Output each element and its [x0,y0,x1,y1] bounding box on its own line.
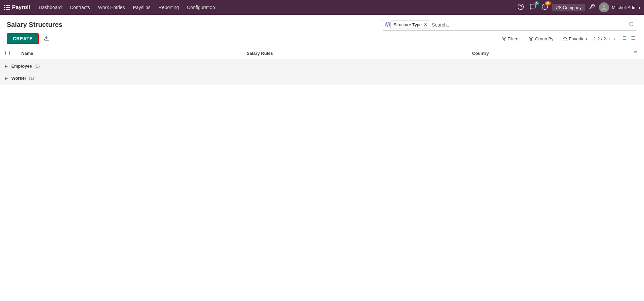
page-header: Salary Structures Structure Type ✕ [0,15,644,31]
grid-icon [4,5,10,10]
nav-dashboard[interactable]: Dashboard [35,3,65,11]
pagination-info: 1-2 / 2 [594,36,606,41]
view-toggle [620,34,637,44]
select-all-checkbox[interactable] [5,51,10,55]
group-label-employee: Employee [11,64,32,69]
toolbar-right: Filters Group By Favorites 1-2 / 2 ‹ › [499,34,637,44]
activity-badge: 42 [545,1,551,5]
nav-configuration[interactable]: Configuration [184,3,218,11]
svg-point-5 [630,22,633,26]
nav-reporting[interactable]: Reporting [155,3,182,11]
col-country-label: Country [472,51,489,56]
search-tag-structure-type: Structure Type ✕ [390,21,430,29]
search-icon[interactable] [629,22,634,28]
topnav-right-section: 6 42 US Company Mitchell Admin [516,2,640,13]
pagination: 1-2 / 2 ‹ › [594,35,616,42]
group-label-worker: Worker [11,76,27,81]
svg-line-6 [633,25,634,26]
groupby-button[interactable]: Group By [526,35,556,43]
favorites-button[interactable]: Favorites [560,35,589,43]
settings-view-button[interactable] [629,34,637,44]
col-name-label: Name [21,51,33,56]
search-area: Structure Type ✕ [382,19,637,31]
col-salary-label: Salary Rules [247,51,273,56]
group-count-worker: (1) [29,76,34,81]
structure-type-icon [385,22,390,28]
search-tag-label: Structure Type [393,22,422,27]
help-button[interactable] [516,2,525,13]
col-header-name[interactable]: Name [16,47,241,60]
create-button[interactable]: CREATE [7,33,39,44]
col-header-country[interactable]: Country [467,47,628,60]
search-input[interactable] [430,21,629,29]
table-area: Name Salary Rules Country [0,47,644,84]
select-all-header[interactable] [0,47,16,60]
toolbar: CREATE Filters [0,31,644,47]
group-chevron-employee: ▸ [5,64,7,69]
filters-button[interactable]: Filters [499,35,522,43]
group-row-employee[interactable]: ▸ Employee (2) [0,60,644,72]
filters-label: Filters [508,36,519,41]
chat-button[interactable]: 6 [528,2,538,13]
favorites-label: Favorites [569,36,587,41]
pagination-prev[interactable]: ‹ [608,35,611,42]
nav-contracts[interactable]: Contracts [67,3,93,11]
nav-payslips[interactable]: Payslips [130,3,154,11]
svg-marker-8 [502,37,506,41]
settings-icon[interactable] [588,2,596,13]
search-tag-remove[interactable]: ✕ [424,22,427,27]
activity-button[interactable]: 42 [540,2,550,13]
list-view-button[interactable] [620,34,628,44]
toolbar-left: CREATE [7,33,52,44]
group-row-worker[interactable]: ▸ Worker (1) [0,72,644,84]
svg-marker-9 [529,37,533,39]
groupby-label: Group By [535,36,553,41]
user-avatar[interactable] [599,2,609,12]
group-chevron-worker: ▸ [5,76,7,81]
col-header-salary-rules[interactable]: Salary Rules [241,47,467,60]
user-name[interactable]: Mitchell Admin [612,5,640,10]
search-box[interactable]: Structure Type ✕ [382,19,637,31]
nav-work-entries[interactable]: Work Entries [95,3,128,11]
salary-structures-table: Name Salary Rules Country [0,47,644,84]
main-content: Salary Structures Structure Type ✕ [0,15,644,301]
export-button[interactable] [42,34,52,44]
col-header-settings[interactable] [628,47,644,60]
svg-point-3 [603,5,605,7]
company-selector[interactable]: US Company [552,4,585,11]
table-header-row: Name Salary Rules Country [0,47,644,60]
page-title: Salary Structures [7,21,62,29]
pagination-next[interactable]: › [613,35,616,42]
app-brand[interactable]: Payroll [4,4,30,10]
top-navigation: Payroll Dashboard Contracts Work Entries… [0,0,644,15]
app-name: Payroll [12,4,30,10]
chat-badge: 6 [534,1,539,5]
svg-marker-4 [385,22,390,24]
group-count-employee: (2) [35,64,40,69]
svg-marker-10 [563,37,567,40]
